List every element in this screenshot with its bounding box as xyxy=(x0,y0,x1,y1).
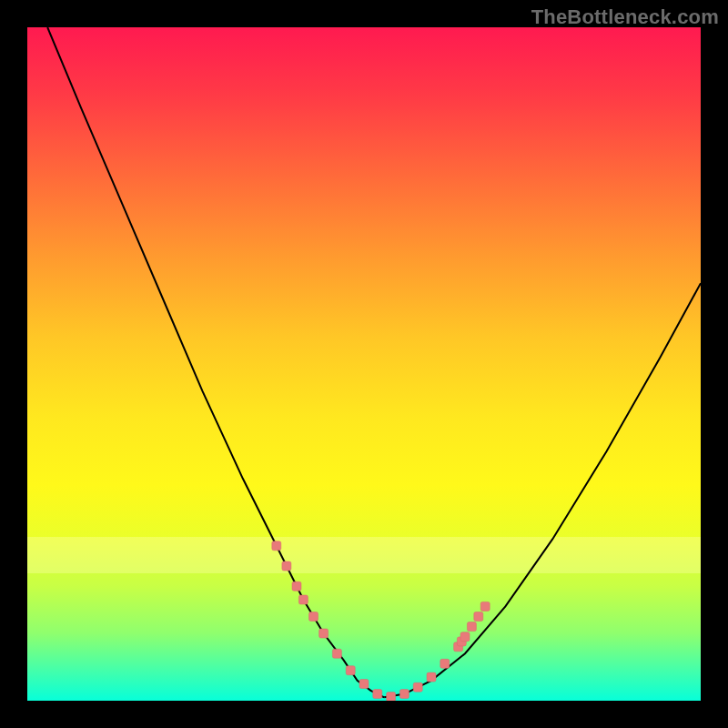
scatter-point xyxy=(298,595,308,604)
scatter-point xyxy=(332,649,341,658)
curve-right-curve xyxy=(384,283,701,697)
scatter-point xyxy=(427,672,436,682)
scatter-point xyxy=(319,629,329,638)
scatter-point xyxy=(282,561,291,571)
scatter-point xyxy=(480,602,490,611)
scatter-point xyxy=(474,612,483,622)
scatter-point xyxy=(440,659,450,668)
scatter-point xyxy=(399,690,409,699)
plot-area xyxy=(27,27,701,701)
scatter-point xyxy=(272,541,281,551)
scatter-point xyxy=(387,693,396,701)
curve-left-curve xyxy=(47,27,384,697)
scatter-point xyxy=(467,622,476,632)
scatter-point xyxy=(460,632,470,642)
watermark-text: TheBottleneck.com xyxy=(531,5,719,29)
chart-frame: TheBottleneck.com xyxy=(0,0,728,728)
scatter-point xyxy=(309,612,318,622)
curves-svg xyxy=(27,27,701,701)
scatter-point xyxy=(359,680,369,689)
scatter-point xyxy=(292,581,301,591)
scatter-point xyxy=(346,666,355,675)
scatter-point xyxy=(413,682,422,692)
scatter-point xyxy=(373,690,382,699)
